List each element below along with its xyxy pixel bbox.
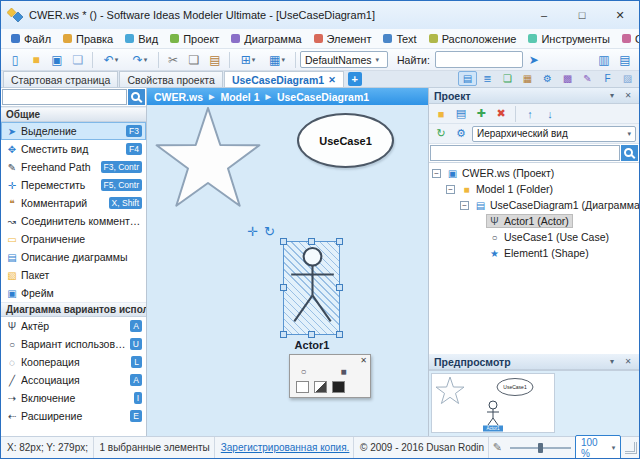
grid-button[interactable]: ▦▾	[263, 50, 291, 70]
tree-node-actor[interactable]: ΨActor1 (Actor)	[429, 213, 639, 229]
tree-node-element[interactable]: ★Element1 (Shape)	[429, 245, 639, 261]
tab-project-properties[interactable]: Свойства проекта	[119, 71, 222, 87]
formula-dock-button[interactable]: F	[598, 71, 617, 86]
menu-tools[interactable]: Инструменты	[522, 29, 616, 48]
panel-pin-icon[interactable]: ▾	[606, 91, 618, 100]
paste-button[interactable]: ▤	[205, 50, 225, 70]
tool-package[interactable]: ▧Пакет	[1, 266, 146, 284]
tools-search-input[interactable]	[2, 89, 127, 105]
usecase-shape[interactable]: UseCase1	[297, 113, 394, 168]
expander-icon[interactable]: −	[432, 169, 441, 178]
license-link[interactable]: Зарегистрированная копия.	[215, 437, 354, 458]
menu-file[interactable]: Файл	[5, 29, 57, 48]
more-dock-button[interactable]: ▨	[618, 71, 637, 86]
settings-dock-button[interactable]: ⚙	[538, 71, 557, 86]
tools-section-general[interactable]: Общие	[1, 107, 146, 122]
project-search-button[interactable]	[621, 145, 638, 161]
undo-button[interactable]: ↶▾	[97, 50, 125, 70]
tools-section-usecase[interactable]: Диаграмма вариантов исполь...	[1, 302, 146, 317]
tab-usecase-diagram[interactable]: UseCaseDiagram1✕	[224, 71, 344, 87]
tree-settings-button[interactable]: ⚙	[452, 125, 470, 142]
add-element-button[interactable]: ✚	[472, 105, 490, 122]
tool-select[interactable]: ➤ВыделениеF3	[1, 122, 146, 140]
breadcrumb-model[interactable]: Model 1	[220, 91, 259, 103]
close-button[interactable]: ✕	[601, 1, 639, 29]
zoom-slider-thumb[interactable]	[538, 443, 543, 453]
shape-empty-swatch[interactable]	[316, 365, 331, 377]
styles-dock-button[interactable]: ▩	[558, 71, 577, 86]
resize-grip[interactable]	[625, 442, 637, 454]
tool-move[interactable]: ✛ПереместитьF5, Contr	[1, 176, 146, 194]
tool-comment[interactable]: ❝КомментарийX, Shift	[1, 194, 146, 212]
copy-button[interactable]: ❏	[184, 50, 204, 70]
selection-handle[interactable]	[280, 331, 287, 338]
tool-actor[interactable]: ΨАктёрA	[1, 317, 146, 335]
menu-project[interactable]: Проект	[164, 29, 225, 48]
diagram-panel-button[interactable]: ▥	[594, 50, 614, 70]
move-down-button[interactable]: ↓	[541, 105, 559, 122]
menu-view[interactable]: Вид	[119, 29, 164, 48]
star-shape[interactable]	[153, 107, 263, 213]
color-swatch-gradient[interactable]	[314, 381, 327, 393]
default-names-combo[interactable]: DefaultNames▾	[300, 51, 388, 68]
zoom-level[interactable]: 100 % ▾	[575, 435, 621, 459]
tool-association[interactable]: ╱АссоциацияA	[1, 371, 146, 389]
save-all-button[interactable]: ❏	[68, 50, 88, 70]
delete-button[interactable]: ✖	[492, 105, 510, 122]
rotate-handle-icon[interactable]: ↻	[264, 224, 275, 239]
minimize-button[interactable]: –	[525, 1, 563, 29]
folder-swatch-icon[interactable]: ■	[336, 365, 351, 377]
tree-node-diagram[interactable]: − ▤UseCaseDiagram1 (Диаграмма)	[429, 197, 639, 213]
expander-icon[interactable]: −	[446, 185, 455, 194]
selection-handle[interactable]	[336, 238, 343, 245]
selection-handle[interactable]	[308, 331, 315, 338]
breadcrumb-diagram[interactable]: UseCaseDiagram1	[277, 91, 369, 103]
open-button[interactable]: ■	[26, 50, 46, 70]
selection-handle[interactable]	[336, 284, 343, 291]
tree-node-model[interactable]: − ■Model 1 (Folder)	[429, 181, 639, 197]
save-button[interactable]: ▣	[47, 50, 67, 70]
zoom-slider[interactable]	[510, 441, 571, 455]
diagram-canvas[interactable]: UseCase1 ✛ ↻	[147, 105, 428, 436]
expander-icon[interactable]: −	[460, 201, 469, 210]
selection-handle[interactable]	[308, 238, 315, 245]
menu-arrange[interactable]: Расположение	[423, 29, 523, 48]
refresh-button[interactable]: ↻	[432, 125, 450, 142]
project-search-input[interactable]	[430, 145, 620, 161]
panel-pin-icon[interactable]: ▾	[606, 357, 618, 366]
menu-text[interactable]: Text	[377, 29, 422, 48]
palette-close-icon[interactable]: ✕	[360, 356, 367, 365]
color-swatch-black[interactable]	[332, 381, 345, 393]
view-mode-combo[interactable]: Иерархический вид▾	[472, 126, 636, 142]
panel-close-icon[interactable]: ✕	[622, 91, 634, 100]
menu-diagram[interactable]: Диаграмма	[225, 29, 307, 48]
breadcrumb-project[interactable]: CWER.ws	[154, 91, 203, 103]
menu-element[interactable]: Элемент	[308, 29, 378, 48]
selection-handle[interactable]	[280, 238, 287, 245]
alignment-dock-button[interactable]: ≣	[478, 71, 497, 86]
tab-close-icon[interactable]: ✕	[328, 75, 336, 85]
tab-start-page[interactable]: Стартовая страница	[3, 71, 118, 87]
tool-extend[interactable]: ⇠РасширениеE	[1, 407, 146, 425]
tool-freehand-path[interactable]: ✎Freehand PathF3, Contr	[1, 158, 146, 176]
panel-close-icon[interactable]: ✕	[622, 357, 634, 366]
tool-pan-view[interactable]: ✥Сместить видF4	[1, 140, 146, 158]
move-handle-icon[interactable]: ✛	[247, 224, 258, 239]
tool-diagram-description[interactable]: ▤Описание диаграммы	[1, 248, 146, 266]
selection-handle[interactable]	[280, 284, 287, 291]
zoom-tool-icon[interactable]: ✎	[489, 441, 506, 454]
tool-include[interactable]: ⇢ВключениеI	[1, 389, 146, 407]
tool-frame[interactable]: ▣Фрейм	[1, 284, 146, 302]
menu-edit[interactable]: Правка	[57, 29, 119, 48]
charts-dock-button[interactable]: ▦	[518, 71, 537, 86]
layers-dock-button[interactable]: ❏	[498, 71, 517, 86]
redo-button[interactable]: ↷▾	[126, 50, 154, 70]
window-layout-button[interactable]: ⊞▾	[234, 50, 262, 70]
actor-shape[interactable]	[287, 246, 338, 328]
tool-constraint[interactable]: ▭Ограничение	[1, 230, 146, 248]
format-brush-dock-button[interactable]: ✎	[578, 71, 597, 86]
add-folder-button[interactable]: ■	[432, 105, 450, 122]
new-tab-button[interactable]: +	[348, 72, 362, 86]
tool-comment-connector[interactable]: ↝Соединитель комментария	[1, 212, 146, 230]
shape-ellipse-swatch[interactable]: ○	[296, 365, 311, 377]
